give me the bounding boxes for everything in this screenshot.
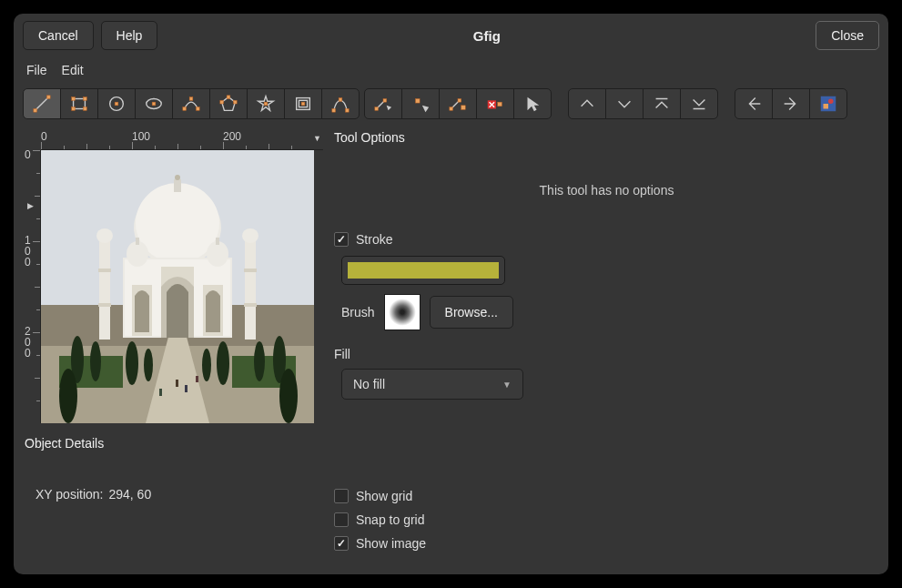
tool-move-object[interactable] — [364, 88, 402, 119]
svg-rect-25 — [346, 109, 350, 113]
object-details: Object Details XY position: 294, 60 — [23, 423, 323, 514]
svg-rect-31 — [458, 99, 461, 103]
snap-grid-checkbox[interactable] — [334, 512, 349, 527]
tool-spiral[interactable] — [284, 88, 322, 119]
layer-lower-bottom[interactable] — [680, 88, 718, 119]
svg-point-39 — [828, 99, 834, 105]
svg-point-72 — [144, 349, 153, 381]
tool-ellipse[interactable] — [135, 88, 173, 119]
svg-point-62 — [96, 228, 113, 243]
browse-brush-button[interactable]: Browse... — [430, 296, 513, 329]
svg-rect-14 — [189, 97, 193, 101]
menu-edit[interactable]: Edit — [62, 63, 84, 77]
brush-preview-icon — [389, 299, 416, 326]
svg-line-0 — [35, 97, 49, 111]
xy-label: XY position: — [35, 487, 103, 502]
canvas[interactable] — [41, 150, 314, 423]
svg-rect-9 — [115, 102, 118, 106]
show-all-objects[interactable] — [809, 88, 847, 119]
svg-rect-56 — [132, 254, 143, 263]
menu-file[interactable]: File — [26, 63, 47, 77]
svg-rect-12 — [183, 107, 187, 111]
tool-bezier[interactable] — [321, 88, 360, 119]
svg-point-75 — [254, 341, 265, 381]
svg-rect-63 — [98, 269, 111, 272]
nav-back[interactable] — [735, 88, 773, 119]
brush-preview[interactable] — [384, 294, 421, 330]
svg-rect-4 — [72, 97, 76, 101]
toolbar — [14, 83, 888, 125]
svg-point-73 — [202, 349, 211, 381]
dropdown-arrow-icon: ▼ — [502, 380, 512, 390]
svg-rect-64 — [98, 303, 111, 307]
svg-rect-24 — [332, 109, 336, 113]
svg-point-71 — [126, 341, 138, 385]
svg-rect-32 — [461, 106, 466, 110]
svg-rect-27 — [375, 107, 379, 111]
left-panel: 0 100 200 ▼ — [23, 130, 323, 565]
ruler-horizontal: 0 100 200 ▼ — [41, 130, 323, 150]
tool-rectangle[interactable] — [60, 88, 98, 119]
svg-rect-6 — [72, 107, 76, 111]
tool-select-object[interactable] — [513, 88, 552, 119]
svg-rect-30 — [450, 107, 453, 111]
window-title: Gfig — [473, 28, 501, 44]
stroke-checkbox[interactable] — [334, 232, 349, 247]
tool-star[interactable] — [247, 88, 285, 119]
tool-options-title: Tool Options — [334, 130, 879, 145]
xy-value: 294, 60 — [108, 487, 151, 502]
svg-rect-5 — [84, 97, 87, 101]
show-image-checkbox[interactable] — [334, 536, 349, 551]
fill-select[interactable]: No fill ▼ — [341, 369, 523, 400]
layer-lower[interactable] — [605, 88, 644, 119]
tool-circle[interactable] — [97, 88, 136, 119]
svg-point-78 — [279, 369, 298, 423]
tool-options-message: This tool has no options — [334, 156, 879, 216]
tool-polygon[interactable] — [209, 88, 248, 119]
svg-rect-20 — [264, 102, 268, 106]
help-button[interactable]: Help — [101, 21, 158, 50]
svg-point-74 — [217, 341, 229, 385]
fill-value: No fill — [353, 377, 385, 391]
stroke-color-button[interactable] — [341, 256, 505, 285]
show-grid-checkbox[interactable] — [334, 489, 349, 503]
tool-delete-object[interactable] — [476, 88, 514, 119]
layer-raise[interactable] — [568, 88, 606, 119]
svg-rect-60 — [216, 238, 219, 245]
close-button[interactable]: Close — [816, 21, 879, 50]
tool-copy-object[interactable] — [439, 88, 477, 119]
tool-arc[interactable] — [172, 88, 210, 119]
fill-label: Fill — [334, 347, 879, 361]
svg-rect-28 — [383, 99, 387, 103]
snap-grid-label: Snap to grid — [356, 512, 425, 527]
svg-rect-61 — [99, 238, 110, 340]
svg-rect-68 — [244, 303, 257, 307]
right-panel: Tool Options This tool has no options St… — [334, 130, 879, 565]
ruler-vertical: 0 1 0 0 2 0 0 — [23, 150, 41, 423]
menubar: File Edit — [14, 57, 888, 83]
tool-line[interactable] — [23, 88, 61, 119]
svg-point-47 — [136, 183, 219, 263]
svg-rect-11 — [152, 102, 156, 106]
titlebar: Cancel Help Gfig Close — [14, 14, 888, 57]
svg-rect-34 — [498, 102, 502, 106]
svg-rect-48 — [174, 179, 181, 192]
svg-rect-16 — [227, 96, 230, 99]
cancel-button[interactable]: Cancel — [23, 21, 94, 50]
show-grid-label: Show grid — [356, 489, 412, 503]
svg-rect-79 — [176, 380, 178, 387]
svg-rect-80 — [185, 385, 187, 392]
svg-rect-17 — [234, 100, 238, 104]
svg-rect-13 — [197, 107, 200, 111]
svg-rect-7 — [84, 107, 87, 111]
show-image-label: Show image — [356, 536, 426, 551]
svg-rect-59 — [212, 254, 223, 263]
svg-point-70 — [90, 341, 101, 381]
svg-rect-57 — [136, 238, 139, 245]
tool-move-point[interactable] — [401, 88, 440, 119]
nav-forward[interactable] — [772, 88, 810, 119]
svg-point-66 — [242, 228, 258, 243]
stroke-color-swatch — [348, 262, 499, 279]
brush-label: Brush — [341, 305, 375, 319]
layer-raise-top[interactable] — [643, 88, 681, 119]
